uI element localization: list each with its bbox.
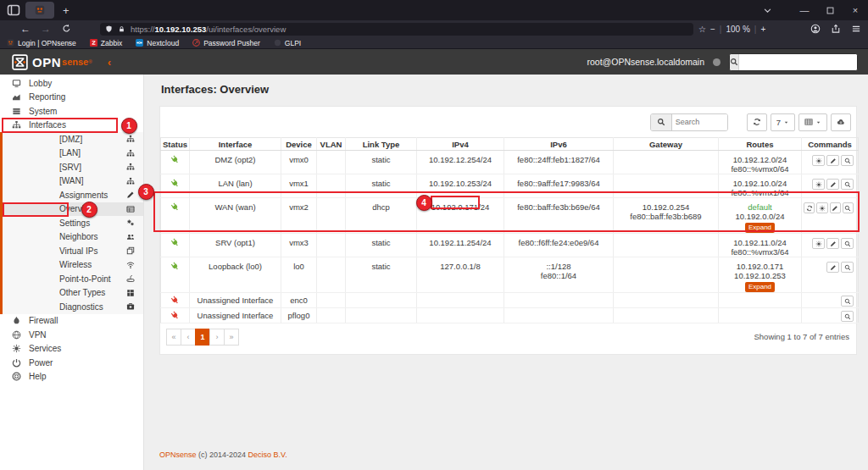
window-close-button[interactable]: × xyxy=(843,0,868,20)
column-header-routes[interactable]: Routes xyxy=(719,138,802,151)
account-icon[interactable] xyxy=(805,20,826,37)
pencil-button[interactable] xyxy=(826,155,839,166)
gear-button[interactable] xyxy=(812,238,825,249)
sidebar-item-diagnostics[interactable]: Diagnostics xyxy=(0,300,143,314)
opnsense-logo[interactable]: OPNsense® xyxy=(12,54,92,70)
page-button-4[interactable]: › xyxy=(209,329,225,346)
export-button[interactable] xyxy=(831,113,851,131)
page-button-1[interactable]: « xyxy=(166,329,181,346)
save-page-icon[interactable] xyxy=(826,20,846,37)
status-cell xyxy=(161,234,190,257)
header-search-input[interactable] xyxy=(739,54,858,70)
bookmark-glpi[interactable]: GLPI xyxy=(274,39,301,47)
sidebar-item-assignments[interactable]: Assignments xyxy=(0,188,143,202)
zoom-in-button[interactable]: + xyxy=(760,25,765,34)
gear-button[interactable] xyxy=(812,155,825,166)
search-button[interactable] xyxy=(841,311,854,322)
search-button[interactable] xyxy=(843,202,854,213)
column-header-interface[interactable]: Interface xyxy=(190,138,281,151)
pencil-button[interactable] xyxy=(826,238,839,249)
browser-tab-bar: + — × xyxy=(0,0,868,20)
opnsense-link[interactable]: OPNsense xyxy=(159,451,197,459)
column-header-device[interactable]: Device xyxy=(281,138,317,151)
search-button[interactable] xyxy=(841,238,854,249)
pencil-button[interactable] xyxy=(826,262,839,273)
browser-tab-opnsense[interactable] xyxy=(25,2,54,19)
deciso-link[interactable]: Deciso B.V. xyxy=(248,451,287,459)
firefox-view-icon[interactable] xyxy=(7,3,20,17)
menu-icon[interactable] xyxy=(846,20,866,37)
expand-button[interactable]: Expand xyxy=(745,223,775,233)
column-header-vlan[interactable]: VLAN xyxy=(317,138,346,151)
column-header-status[interactable]: Status xyxy=(161,138,190,151)
sidebar-item-wireless[interactable]: Wireless xyxy=(0,258,143,273)
refresh-button[interactable] xyxy=(804,202,815,213)
page-button-5[interactable]: » xyxy=(224,329,239,346)
pencil-button[interactable] xyxy=(830,202,841,213)
page-title: Interfaces: Overview xyxy=(161,83,269,96)
column-header-commands[interactable]: Commands xyxy=(802,138,859,151)
sidebar-item-dmz[interactable]: [DMZ] xyxy=(0,132,143,147)
shield-icon[interactable] xyxy=(105,25,113,33)
sidebar-item-power[interactable]: Power xyxy=(0,356,143,370)
reload-icon[interactable] xyxy=(56,24,76,35)
page-button-2[interactable]: ‹ xyxy=(181,329,196,346)
gear-button[interactable] xyxy=(816,202,827,213)
grid-search-input[interactable] xyxy=(672,114,727,130)
new-tab-button[interactable]: + xyxy=(63,5,70,16)
cell-line: 10.192.10.253 xyxy=(721,271,799,280)
star-icon[interactable]: ☆ xyxy=(698,25,706,34)
refresh-button[interactable] xyxy=(747,113,767,131)
expand-button[interactable]: Expand xyxy=(745,282,775,292)
content-card: 7 StatusInterfaceDeviceVLANLink TypeIPv4… xyxy=(159,106,857,355)
window-minimize-button[interactable]: — xyxy=(792,0,817,20)
url-bar[interactable]: https://10.192.10.253/ui/interfaces/over… xyxy=(100,23,693,36)
list-tabs-chevron-icon[interactable] xyxy=(754,0,780,20)
columns-dropdown[interactable] xyxy=(798,113,827,131)
sidebar-item-srv[interactable]: [SRV] xyxy=(0,160,143,174)
pencil-button[interactable] xyxy=(826,179,839,190)
search-button[interactable] xyxy=(841,262,854,273)
bookmark-login-opnsense[interactable]: Login | OPNsense xyxy=(7,39,76,47)
sidebar-item-reporting[interactable]: Reporting xyxy=(0,91,143,105)
bookmark-nextcloud[interactable]: Nextcloud xyxy=(136,39,179,47)
commands-cell xyxy=(802,293,859,308)
search-button[interactable] xyxy=(841,296,854,307)
sidebar-item-system[interactable]: System xyxy=(0,104,143,119)
sidebar-item-other-types[interactable]: Other Types xyxy=(0,286,143,301)
sidebar-item-interfaces[interactable]: Interfaces xyxy=(0,119,143,133)
zoom-out-button[interactable]: − xyxy=(710,25,715,34)
bookmark-zabbix[interactable]: Zabbix xyxy=(90,39,123,47)
page-button-3[interactable]: 1 xyxy=(195,329,210,346)
sidebar-item-lobby[interactable]: Lobby xyxy=(0,76,143,91)
logged-in-user[interactable]: root@OPNsense.localdomain xyxy=(587,57,704,67)
sidebar-item-help[interactable]: Help xyxy=(0,370,143,384)
search-button[interactable] xyxy=(841,155,854,166)
sidebar-item-point-to-point[interactable]: Point-to-Point xyxy=(0,272,143,286)
column-header-gateway[interactable]: Gateway xyxy=(614,138,719,151)
gear-button[interactable] xyxy=(812,179,825,190)
sidebar-item-virtual-ips[interactable]: Virtual IPs xyxy=(0,244,143,258)
sidebar-item-services[interactable]: Services xyxy=(0,342,143,357)
lobby-icon xyxy=(12,79,21,88)
sidebar-item-overview[interactable]: Overview xyxy=(0,202,143,217)
sidebar-item-vpn[interactable]: VPN xyxy=(0,328,143,342)
back-icon[interactable]: ← xyxy=(15,24,36,34)
forward-icon[interactable]: → xyxy=(36,24,56,34)
sidebar-collapse-chevron-icon[interactable]: ‹ xyxy=(108,57,111,68)
lock-icon[interactable] xyxy=(118,25,125,33)
sidebar-item-firewall[interactable]: Firewall xyxy=(0,314,143,329)
search-button[interactable] xyxy=(841,179,854,190)
gear-icon xyxy=(12,344,21,353)
sidebar-item-neighbors[interactable]: Neighbors xyxy=(0,230,143,245)
page-size-dropdown[interactable]: 7 xyxy=(771,113,795,131)
column-header-link-type[interactable]: Link Type xyxy=(346,138,417,151)
sidebar-item-settings[interactable]: Settings xyxy=(0,216,143,230)
bookmark-password-pusher[interactable]: Password Pusher xyxy=(192,39,260,47)
column-header-ipv6[interactable]: IPv6 xyxy=(504,138,614,151)
sidebar-item-wan[interactable]: [WAN] xyxy=(0,174,143,189)
cell-line: 10.192.0.0/24 xyxy=(721,212,799,221)
sidebar-item-lan[interactable]: [LAN] xyxy=(0,147,143,161)
column-header-ipv4[interactable]: IPv4 xyxy=(417,138,504,151)
window-maximize-button[interactable] xyxy=(817,0,843,20)
